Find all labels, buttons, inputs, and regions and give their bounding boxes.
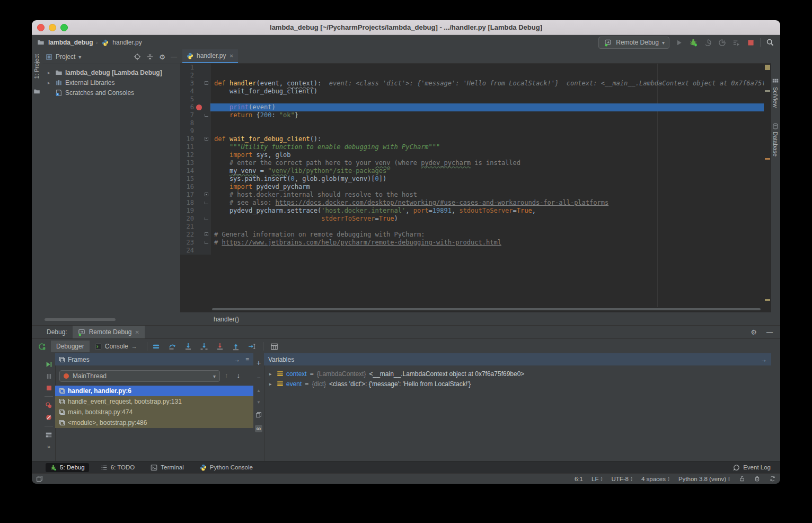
force-step-into-icon[interactable] bbox=[215, 342, 225, 351]
line-number[interactable]: 22 bbox=[180, 231, 195, 239]
code-line[interactable]: 15 sys.path.insert(0, glob.glob(my_venv)… bbox=[180, 175, 764, 183]
line-number[interactable]: 1 bbox=[180, 64, 195, 72]
frame-row[interactable]: handle_event_request, bootstrap.py:131 bbox=[55, 396, 253, 407]
line-number[interactable]: 21 bbox=[180, 223, 195, 231]
event-log-button[interactable]: Event Log bbox=[733, 464, 780, 471]
mute-breakpoints-icon[interactable] bbox=[45, 414, 52, 421]
previous-frame-icon[interactable]: ↑ bbox=[225, 371, 228, 379]
line-number[interactable]: 9 bbox=[180, 127, 195, 135]
gutter-breakpoint-area[interactable] bbox=[195, 135, 204, 143]
frame-row[interactable]: <module>, bootstrap.py:486 bbox=[55, 417, 253, 428]
fold-gutter[interactable] bbox=[204, 247, 210, 255]
gutter-breakpoint-area[interactable] bbox=[195, 159, 204, 167]
line-number[interactable]: 2 bbox=[180, 72, 195, 80]
line-number[interactable]: 14 bbox=[180, 167, 195, 175]
fold-marker-icon[interactable] bbox=[205, 202, 208, 204]
step-into-my-code-icon[interactable] bbox=[199, 342, 209, 351]
fold-gutter[interactable] bbox=[204, 80, 210, 88]
variable-value[interactable]: <class 'dict'>: {'message': 'Hello from … bbox=[329, 380, 471, 388]
title-bar[interactable]: lambda_debug [~/PycharmProjects/lambda_d… bbox=[32, 20, 780, 35]
gutter-breakpoint-area[interactable] bbox=[195, 191, 204, 199]
line-number[interactable]: 5 bbox=[180, 95, 195, 103]
code-line[interactable]: 22# General information on remote debugg… bbox=[180, 231, 764, 239]
code-text[interactable] bbox=[210, 72, 764, 80]
code-text[interactable]: my_venv = "venv/lib/python*/site-package… bbox=[210, 167, 764, 175]
code-text[interactable]: def wait_for_debug_client(): bbox=[210, 135, 764, 143]
fold-gutter[interactable] bbox=[204, 159, 210, 167]
gutter-breakpoint-area[interactable] bbox=[195, 223, 204, 231]
hide-panel-icon[interactable]: — bbox=[171, 53, 177, 60]
fold-gutter[interactable] bbox=[204, 207, 210, 215]
code-text[interactable]: pydevd_pycharm.settrace('host.docker.int… bbox=[210, 207, 764, 215]
fold-marker-icon[interactable] bbox=[205, 217, 208, 220]
fold-marker-icon[interactable] bbox=[205, 241, 208, 244]
fold-gutter[interactable] bbox=[204, 72, 210, 80]
tree-expand-icon[interactable]: ▸ bbox=[48, 70, 52, 75]
line-number[interactable]: 13 bbox=[180, 159, 195, 167]
fold-gutter[interactable] bbox=[204, 223, 210, 231]
move-up-icon[interactable]: ▲ bbox=[257, 388, 261, 393]
line-number[interactable]: 8 bbox=[180, 119, 195, 127]
open-in-new-icon[interactable]: → bbox=[131, 343, 137, 350]
fold-gutter[interactable] bbox=[204, 111, 210, 119]
project-panel-title[interactable]: Project bbox=[56, 53, 75, 60]
gutter-breakpoint-area[interactable] bbox=[195, 103, 204, 111]
code-text[interactable] bbox=[210, 64, 764, 72]
settings-gear-icon[interactable]: ⚙ bbox=[159, 53, 165, 61]
variable-name[interactable]: context bbox=[286, 370, 307, 378]
stripe-mark[interactable] bbox=[765, 158, 770, 160]
locate-file-icon[interactable] bbox=[134, 53, 141, 60]
line-number[interactable]: 15 bbox=[180, 175, 195, 183]
fold-gutter[interactable] bbox=[204, 127, 210, 135]
expand-icon[interactable]: ▸ bbox=[269, 381, 274, 387]
toolwindow-tab-label[interactable]: 5: Debug bbox=[60, 464, 85, 470]
code-line[interactable]: 19 pydevd_pycharm.settrace('host.docker.… bbox=[180, 207, 764, 215]
show-execution-point-icon[interactable] bbox=[152, 342, 161, 351]
gutter-breakpoint-area[interactable] bbox=[195, 183, 204, 191]
run-to-cursor-icon[interactable] bbox=[247, 342, 257, 351]
pause-program-icon[interactable] bbox=[46, 373, 52, 380]
update-info-icon[interactable] bbox=[769, 475, 776, 482]
toolwindow-tab-python-console[interactable]: Python Console bbox=[196, 463, 257, 472]
tab-debugger[interactable]: Debugger bbox=[51, 341, 90, 352]
fold-gutter[interactable] bbox=[204, 239, 210, 247]
code-line[interactable]: 12 import sys, glob bbox=[180, 151, 764, 159]
indent-widget[interactable]: 4 spaces ▲▼ bbox=[641, 476, 670, 482]
line-number[interactable]: 3 bbox=[180, 80, 195, 88]
tab-label[interactable]: handler.py bbox=[197, 52, 226, 59]
code-line[interactable]: 18 # see also: https://docs.docker.com/d… bbox=[180, 199, 764, 207]
gutter-breakpoint-area[interactable] bbox=[195, 199, 204, 207]
frame-label[interactable]: <module>, bootstrap.py:486 bbox=[68, 419, 147, 426]
debug-session-tab-label[interactable]: Remote Debug bbox=[89, 328, 132, 336]
resume-program-icon[interactable] bbox=[45, 361, 52, 368]
line-number[interactable]: 12 bbox=[180, 151, 195, 159]
code-line[interactable]: 5 bbox=[180, 95, 764, 103]
settings-gear-icon[interactable]: ⚙ bbox=[751, 328, 757, 336]
fold-gutter[interactable] bbox=[204, 167, 210, 175]
highlighting-level-icon[interactable] bbox=[754, 475, 761, 482]
debug-button[interactable] bbox=[689, 38, 698, 47]
code-text[interactable]: print(event) bbox=[210, 103, 764, 111]
show-watches-icon[interactable]: ∞ bbox=[255, 425, 263, 432]
code-text[interactable]: # host.docker.internal should resolve to… bbox=[210, 191, 764, 199]
duplicate-watch-icon[interactable] bbox=[255, 412, 262, 418]
code-line[interactable]: 23# https://www.jetbrains.com/help/pycha… bbox=[180, 239, 764, 247]
code-line[interactable]: 7 return {200: "ok"} bbox=[180, 111, 764, 119]
project-tool-icon[interactable] bbox=[33, 88, 40, 95]
code-line[interactable]: 13 # enter the correct path here to your… bbox=[180, 159, 764, 167]
breadcrumb-file[interactable]: handler.py bbox=[112, 39, 142, 46]
variable-name[interactable]: event bbox=[286, 380, 302, 388]
add-watch-icon[interactable]: + bbox=[257, 359, 261, 367]
code-text[interactable]: sys.path.insert(0, glob.glob(my_venv)[0]… bbox=[210, 175, 764, 183]
gutter-breakpoint-area[interactable] bbox=[195, 119, 204, 127]
code-text[interactable]: def handler(event, context): event: <cla… bbox=[210, 80, 764, 88]
stop-program-icon[interactable] bbox=[46, 385, 52, 391]
encoding-widget[interactable]: UTF-8 ▲▼ bbox=[611, 476, 633, 482]
editor-error-stripe[interactable] bbox=[764, 64, 771, 307]
frame-label[interactable]: main, bootstrap.py:474 bbox=[68, 408, 133, 416]
gutter-breakpoint-area[interactable] bbox=[195, 80, 204, 88]
toolwindow-switcher-icon[interactable] bbox=[36, 475, 43, 482]
code-text[interactable] bbox=[210, 247, 764, 255]
toolwindow-tab-label[interactable]: Python Console bbox=[210, 464, 253, 470]
gutter-breakpoint-area[interactable] bbox=[195, 111, 204, 119]
